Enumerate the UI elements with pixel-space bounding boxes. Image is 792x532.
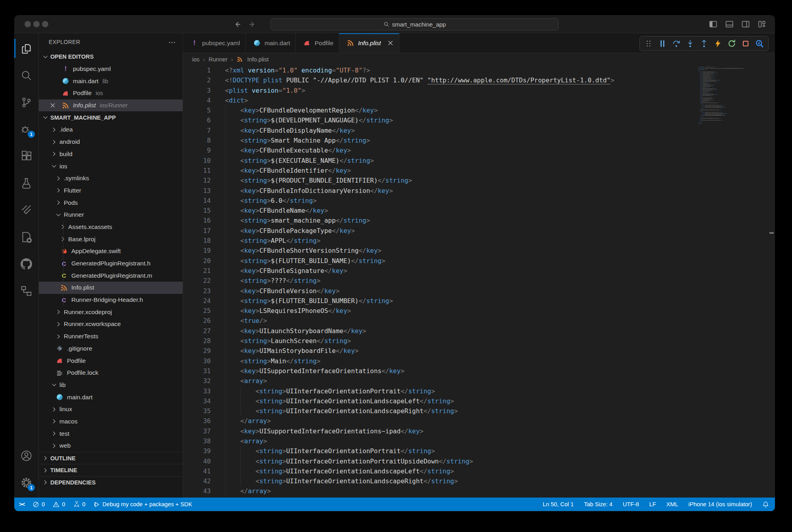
tree-item-RunnerTests[interactable]: RunnerTests — [39, 330, 183, 343]
activity-extensions[interactable] — [14, 143, 38, 170]
inspector-button[interactable] — [754, 38, 765, 49]
step-over-button[interactable] — [671, 38, 682, 49]
command-center-search[interactable]: smart_machine_app — [271, 18, 559, 31]
breadcrumb-item[interactable]: ios — [192, 56, 200, 63]
status-remote[interactable]: >< — [19, 501, 25, 507]
activity-hierarchy[interactable] — [14, 277, 38, 304]
activity-settings[interactable]: 1 — [14, 469, 38, 496]
layout-customize-icon[interactable] — [758, 20, 766, 29]
restart-button[interactable] — [726, 38, 737, 49]
activity-flutter[interactable] — [14, 196, 38, 223]
activity-account[interactable] — [14, 442, 38, 469]
hot-reload-button[interactable] — [712, 38, 723, 49]
tree-item-Runner.xcworkspace[interactable]: Runner.xcworkspace — [39, 318, 183, 330]
activity-devtools[interactable] — [14, 223, 38, 250]
tree-item-.gitignore[interactable]: .gitignore — [39, 343, 183, 355]
tree-item-GeneratedPluginRegistrant.m[interactable]: C GeneratedPluginRegistrant.m — [39, 269, 183, 282]
code-editor[interactable]: 1<?xml version="1.0" encoding="UTF-8"?>2… — [183, 65, 775, 498]
activity-testing[interactable] — [14, 170, 38, 196]
tree-item-.symlinks[interactable]: .symlinks — [39, 172, 183, 185]
activity-source-control[interactable] — [14, 89, 38, 116]
section-outline[interactable]: OUTLINE — [39, 452, 183, 464]
section-workspace[interactable]: SMART_MACHINE_APP — [39, 111, 183, 124]
layout-sidebar-left-icon[interactable] — [709, 20, 718, 29]
close-window-button[interactable] — [25, 21, 31, 27]
activity-github[interactable] — [14, 250, 38, 277]
tree-item-Runner.xcodeproj[interactable]: Runner.xcodeproj — [39, 306, 183, 318]
tree-item-Podfile[interactable]: Podfile — [39, 355, 183, 367]
stop-button[interactable] — [740, 38, 751, 49]
tree-item-Info.plist[interactable]: Info.plist — [39, 282, 183, 294]
tree-item-Assets.xcassets[interactable]: Assets.xcassets — [39, 221, 183, 233]
tab-Info.plist[interactable]: Info.plist — [339, 33, 400, 53]
activity-debug[interactable]: 1 — [14, 116, 38, 143]
section-timeline[interactable]: TIMELINE — [39, 464, 183, 476]
close-icon[interactable] — [387, 40, 394, 46]
tree-item-Runner[interactable]: Runner — [39, 209, 183, 221]
status-item-xml[interactable]: XML — [666, 501, 678, 507]
status-warning[interactable]: 0 — [53, 501, 65, 508]
minimize-window-button[interactable] — [33, 21, 40, 27]
tree-item-Pods[interactable]: Pods — [39, 196, 183, 209]
status-item-utf-8[interactable]: UTF-8 — [623, 501, 639, 507]
status-ports[interactable]: 0 — [73, 501, 86, 508]
line-number: 7 — [183, 126, 211, 135]
status-item-tab[interactable]: Tab Size: 4 — [584, 501, 613, 507]
line-number: 1 — [183, 65, 211, 75]
code-line: 43 </array> — [183, 486, 775, 496]
code-line: 36 </array> — [183, 416, 775, 426]
activity-search[interactable] — [14, 62, 38, 89]
status-bell[interactable] — [762, 501, 769, 508]
status-item-lf[interactable]: LF — [649, 501, 656, 507]
layout-sidebar-right-icon[interactable] — [741, 20, 750, 29]
tree-item-macos[interactable]: macos — [39, 416, 183, 428]
navigate-back-button[interactable] — [232, 19, 242, 29]
more-actions-icon[interactable]: ⋯ — [168, 38, 176, 47]
code-line: 21 <key>CFBundleSignature</key> — [183, 266, 775, 276]
navigate-forward-button[interactable] — [247, 19, 258, 29]
tree-item-android[interactable]: android — [39, 136, 183, 148]
status-item-ln[interactable]: Ln 50, Col 1 — [543, 501, 574, 507]
tree-item-lib[interactable]: lib — [39, 379, 183, 391]
tree-item-build[interactable]: build — [39, 148, 183, 160]
layout-panel-icon[interactable] — [725, 20, 734, 29]
step-out-button[interactable] — [698, 38, 710, 49]
tree-item-.idea[interactable]: .idea — [39, 124, 183, 136]
open-editor-main.dart[interactable]: main.dart lib — [39, 75, 183, 87]
code-line: 33 <string>UIInterfaceOrientationPortrai… — [183, 386, 775, 396]
tree-item-main.dart[interactable]: main.dart — [39, 391, 183, 403]
status-debug-config[interactable]: Debug my code + packages + SDK — [94, 501, 193, 508]
status-item-iphone[interactable]: iPhone 14 (ios simulator) — [689, 501, 752, 507]
tree-item-test[interactable]: test — [39, 427, 183, 440]
tree-item-Flutter[interactable]: Flutter — [39, 185, 183, 197]
grip-button[interactable] — [643, 38, 654, 49]
tree-item-Runner-Bridging-Header.h[interactable]: C Runner-Bridging-Header.h — [39, 294, 183, 306]
step-into-button[interactable] — [685, 38, 696, 49]
tab-main.dart[interactable]: main.dart — [246, 33, 296, 53]
open-editor-pubspec.yaml[interactable]: ! pubspec.yaml — [39, 63, 183, 75]
tree-item-linux[interactable]: linux — [39, 403, 183, 416]
minimap[interactable]: <?xml version="1.0" encoding="UTF-8"?><!… — [698, 67, 758, 127]
tree-item-web[interactable]: web — [39, 440, 183, 452]
open-editor-Podfile[interactable]: Podfile ios — [39, 87, 183, 99]
tree-item-AppDelegate.swift[interactable]: AppDelegate.swift — [39, 245, 183, 257]
breadcrumb-item[interactable]: Runner — [209, 56, 228, 63]
code-line: 24 <string>$(FLUTTER_BUILD_NUMBER)</stri… — [183, 296, 775, 306]
zoom-window-button[interactable] — [42, 21, 48, 27]
tree-item-Podfile.lock[interactable]: Podfile.lock — [39, 367, 183, 379]
tree-item-Base.lproj[interactable]: Base.lproj — [39, 233, 183, 245]
status-error[interactable]: 0 — [32, 501, 45, 508]
tab-Podfile[interactable]: Podfile — [296, 33, 339, 53]
tree-item-ios[interactable]: ios — [39, 160, 183, 172]
section-open-editors[interactable]: OPEN EDITORS — [39, 51, 183, 63]
pause-button[interactable] — [657, 38, 668, 49]
chevron-down-icon — [51, 381, 57, 388]
section-dependencies[interactable]: DEPENDENCIES — [39, 476, 183, 488]
close-icon[interactable] — [50, 102, 56, 109]
open-editor-Info.plist[interactable]: Info.plist ios/Runner — [39, 99, 183, 112]
tab-pubspec.yaml[interactable]: ! pubspec.yaml — [183, 33, 246, 53]
tree-item-GeneratedPluginRegistrant.h[interactable]: C GeneratedPluginRegistrant.h — [39, 257, 183, 270]
activity-files[interactable] — [14, 35, 38, 62]
editor-area[interactable]: ! pubspec.yaml main.dart Podfile Info.pl… — [183, 33, 775, 498]
breadcrumb-item[interactable]: Info.plist — [247, 56, 269, 63]
